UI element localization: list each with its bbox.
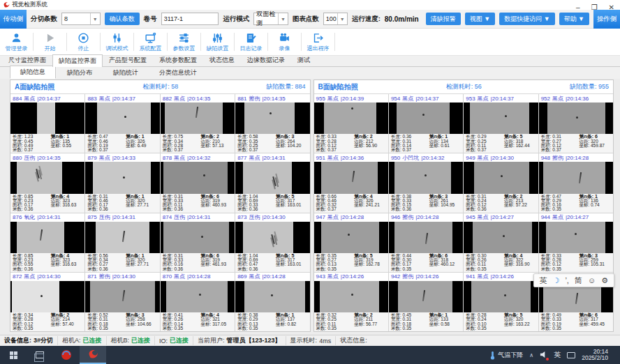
- defect-cell[interactable]: 873 压伤 |20:14:30 长度: 1.04 宽度: 0.69 面积: 0…: [235, 213, 309, 272]
- defect-cell[interactable]: 877 黑点 |20:14:31 长度: 1.04 宽度: 0.69 面积: 0…: [235, 153, 309, 212]
- defect-cell[interactable]: 880 压伤 |20:14:35 长度: 0.85 宽度: 0.23 面积: 0…: [10, 153, 84, 212]
- data-quick-access-button[interactable]: 数据快捷访问 ▼: [499, 13, 554, 25]
- sub-tab-3[interactable]: 分类信息统计: [149, 67, 207, 79]
- ime-punctuation-button[interactable]: ’,: [565, 276, 569, 285]
- parameter-settings-button[interactable]: 参数设置: [168, 32, 200, 52]
- volume-alert-badge: [546, 358, 549, 361]
- defect-cell[interactable]: 950 小凹坑 |20:14:32 长度: 0.38 宽度: 0.33 面积: …: [389, 153, 463, 212]
- defect-time: |20:14:35: [37, 155, 60, 161]
- defect-cell[interactable]: 874 压伤 |20:14:31 长度: 0.31 宽度: 0.33 面积: 0…: [161, 213, 235, 272]
- main-tab-1[interactable]: 缺陷监控界面: [52, 54, 103, 67]
- stat-coordinate: 坐标: 0.55: [51, 144, 83, 148]
- defect-cell[interactable]: 944 黑点 |20:14:27 长度: 0.33 宽度: 0.28 面积: 0…: [539, 213, 613, 272]
- defect-cell[interactable]: 882 黑点 |20:14:35 长度: 0.75 宽度: 0.34 面积: 0…: [161, 94, 235, 153]
- main-tab-4[interactable]: 状态信息: [203, 54, 241, 66]
- stop-button[interactable]: 停止: [67, 32, 100, 52]
- active-app-button[interactable]: [80, 346, 106, 364]
- ime-language-indicator[interactable]: 英: [554, 350, 561, 360]
- defect-cell[interactable]: 945 黑点 |20:14:27 长度: 0.30 宽度: 0.26 面积: 0…: [464, 213, 538, 272]
- main-tab-2[interactable]: 产品型号配置: [103, 54, 153, 66]
- view-menu-button[interactable]: 视图 ▼: [465, 13, 495, 25]
- main-tab-3[interactable]: 系统参数配置: [153, 54, 203, 66]
- stat-meter: 米数: 0.35: [541, 267, 580, 271]
- pinned-app-button[interactable]: [53, 346, 80, 364]
- defect-cell-header: 950 小凹坑 |20:14:32: [389, 153, 463, 162]
- taskbar-clock[interactable]: 20:14 2025/2/10: [582, 349, 608, 362]
- ime-lang-button[interactable]: 英: [540, 275, 547, 286]
- defect-settings-button[interactable]: 缺陷设置: [201, 32, 234, 52]
- defect-image: [389, 222, 463, 253]
- start-button[interactable]: [0, 346, 27, 364]
- stat-meter: 米数: 0.35: [163, 326, 201, 331]
- maximize-button[interactable]: ❐: [591, 3, 598, 13]
- defect-cell[interactable]: 872 黑点 |20:14:30 长度: 0.34 宽度: 0.28 面积: 0…: [10, 273, 84, 331]
- stat-coordinate: 坐标: 316.90: [504, 262, 536, 266]
- ime-fullwidth-moon-icon[interactable]: ☽: [553, 276, 560, 285]
- main-tab-5[interactable]: 边缘数据记录: [241, 54, 291, 66]
- current-user-value: 管理员【123-123】: [227, 336, 281, 345]
- stat-coordinate: 坐标: 0.58: [429, 322, 462, 326]
- weather-widget[interactable]: 气温下降: [489, 351, 523, 360]
- ime-emoji-button[interactable]: ☺: [588, 276, 596, 285]
- start-button[interactable]: 开始: [34, 32, 66, 52]
- help-menu-button[interactable]: 帮助 ▼: [559, 13, 589, 25]
- defect-cell[interactable]: 870 黑点 |20:14:28 长度: 0.41 宽度: 0.26 面积: 0…: [161, 273, 235, 331]
- defect-cell[interactable]: 876 氧化 |20:14:31 长度: 0.85 宽度: 0.23 面积: 0…: [10, 213, 84, 272]
- sliders-icon: [111, 32, 123, 44]
- windows-taskbar: 气温下降 ∧ 英 20:14 2025/2/10: [0, 346, 620, 364]
- volume-icon[interactable]: [540, 351, 547, 360]
- defect-type: 黑点: [327, 95, 339, 103]
- sub-tab-1[interactable]: 缺陷分布: [57, 67, 102, 79]
- run-mode-select[interactable]: 双面检测 ▼: [253, 13, 288, 25]
- defect-cell[interactable]: 884 黑点 |20:14:37 长度: 1.23 宽度: 0.45 面积: 0…: [10, 94, 84, 153]
- ime-settings-gear-icon[interactable]: ⚙: [601, 276, 608, 285]
- minimize-button[interactable]: –: [576, 3, 580, 13]
- defect-cell[interactable]: 871 擦伤 |20:14:30 长度: 0.52 宽度: 0.31 面积: 0…: [85, 273, 159, 331]
- strip-count-select[interactable]: 8 ▼: [61, 13, 101, 25]
- ime-simplified-button[interactable]: 简: [575, 275, 582, 286]
- defect-cell[interactable]: 946 擦伤 |20:14:28 长度: 0.44 宽度: 0.30 面积: 0…: [389, 213, 463, 272]
- defect-cell[interactable]: 878 黑点 |20:14:32 长度: 0.31 宽度: 0.33 面积: 0…: [161, 153, 235, 212]
- sub-tab-2[interactable]: 缺陷统计: [103, 67, 148, 79]
- defect-cell[interactable]: 948 擦伤 |20:14:28 长度: 0.47 宽度: 0.29 面积: 0…: [539, 153, 613, 212]
- defect-cell[interactable]: 942 擦伤 |20:14:26 长度: 0.45 宽度: 0.31 面积: 0…: [389, 273, 463, 331]
- defect-cell[interactable]: 941 黑点 |20:14:26 长度: 0.28 宽度: 0.24 面积: 0…: [464, 273, 538, 331]
- defect-cell[interactable]: 879 黑点 |20:14:33 长度: 0.31 宽度: 0.46 面积: 0…: [85, 153, 159, 212]
- log-record-button[interactable]: 日志记录: [235, 32, 267, 52]
- chevron-down-icon: ▼: [90, 13, 98, 24]
- defect-cell[interactable]: 947 黑点 |20:14:28 长度: 0.35 宽度: 0.27 面积: 0…: [314, 213, 388, 272]
- sub-tab-0[interactable]: 缺陷信息: [10, 66, 56, 79]
- defect-cell[interactable]: 883 黑点 |20:14:37 长度: 0.47 宽度: 0.46 面积: 0…: [85, 94, 159, 153]
- defect-type: 黑点: [478, 154, 489, 162]
- film-surface: [37, 103, 55, 134]
- defect-cell[interactable]: 869 黑点 |20:14:28 长度: 0.38 宽度: 0.29 面积: 0…: [235, 273, 309, 331]
- defect-cell[interactable]: 949 黑点 |20:14:30 长度: 0.31 宽度: 0.24 面积: 0…: [464, 153, 538, 212]
- window-title: 视觉检测系统: [12, 1, 47, 9]
- confirm-strips-button[interactable]: 确认条数: [105, 13, 140, 25]
- defect-mark: [505, 115, 507, 117]
- defect-cell[interactable]: 943 黑点 |20:14:26 长度: 0.32 宽度: 0.25 面积: 0…: [314, 273, 388, 331]
- main-tab-0[interactable]: 尺寸监控界面: [2, 54, 52, 66]
- defect-cell[interactable]: 954 黑点 |20:14:37 长度: 0.36 宽度: 0.31 面积: 0…: [389, 94, 463, 153]
- exit-program-button[interactable]: 退出程序: [302, 32, 334, 52]
- close-button[interactable]: ✕: [609, 3, 614, 13]
- drive-side-button[interactable]: 传动侧: [0, 10, 27, 29]
- touch-keyboard-icon[interactable]: [567, 352, 575, 358]
- defect-cell[interactable]: 875 压伤 |20:14:31 长度: 0.56 宽度: 0.34 面积: 0…: [85, 213, 159, 272]
- defect-cell[interactable]: 953 黑点 |20:14:37 长度: 0.29 宽度: 0.25 面积: 0…: [464, 94, 538, 153]
- main-tab-6[interactable]: 测试: [291, 54, 316, 66]
- task-view-button[interactable]: [27, 346, 53, 364]
- chart-points-select[interactable]: 100 ▼: [323, 13, 348, 25]
- defect-cell[interactable]: 955 黑点 |20:14:39 长度: 0.33 宽度: 0.28 面积: 0…: [314, 94, 388, 153]
- defect-cell[interactable]: 952 黑点 |20:14:36 长度: 0.31 宽度: 0.27 面积: 0…: [539, 94, 613, 153]
- roll-number-input[interactable]: 3117-1: [161, 13, 219, 25]
- record-video-button[interactable]: 录像: [268, 32, 301, 52]
- tray-overflow-chevron[interactable]: ∧: [529, 352, 533, 358]
- defect-cell[interactable]: 881 擦伤 |20:14:35 长度: 0.58 宽度: 0.35 面积: 0…: [235, 94, 309, 153]
- clear-alarm-button[interactable]: 清缺报警: [426, 13, 461, 25]
- defect-cell-header: 877 黑点 |20:14:31: [235, 153, 309, 162]
- debug-mode-button[interactable]: 调试模式: [101, 32, 133, 52]
- defect-cell[interactable]: 951 黑点 |20:14:36 长度: 0.66 宽度: 0.46 面积: 0…: [314, 153, 388, 212]
- admin-login-button[interactable]: 管理登录: [0, 32, 33, 52]
- system-config-button[interactable]: 系统配置: [134, 32, 167, 52]
